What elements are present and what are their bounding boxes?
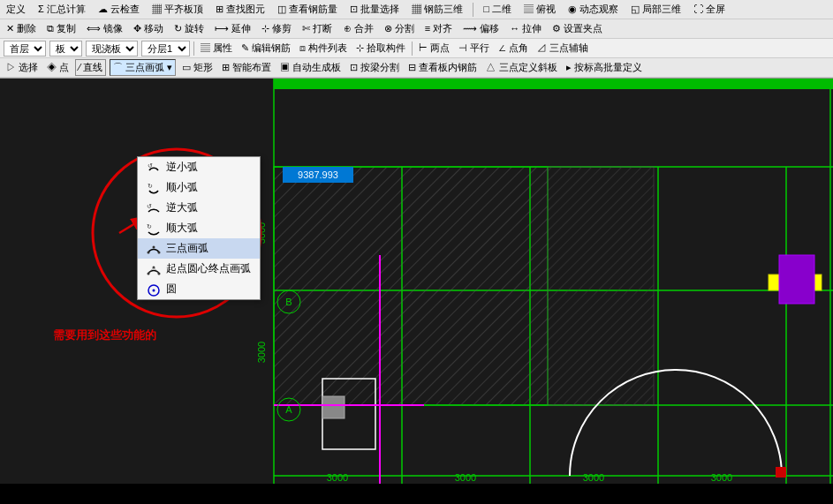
parallel-btn[interactable]: ⊣ 平行 [456,41,492,56]
align-btn[interactable]: ≡ 对齐 [422,21,455,36]
floor-select[interactable]: 首层 [4,41,46,56]
pick-component-btn[interactable]: ⊹ 拾取构件 [353,41,408,56]
delete-btn[interactable]: ✕ 删除 [4,21,39,36]
svg-rect-14 [274,167,548,405]
trim-btn[interactable]: ⊹ 修剪 [259,21,294,36]
svg-point-47 [153,245,155,248]
property-btn[interactable]: ▤ 属性 [198,41,235,56]
toolbar-row4: ▷ 选择 ◈ 点 ∕ 直线 ⌒ 三点画弧 ▾ ▭ 矩形 ⊞ 智能布置 ▣ 自动生… [0,58,833,78]
ccw-small-arc-item[interactable]: ↺ 逆小弧 [138,157,260,177]
svg-text:B: B [285,297,292,307]
fullscreen-btn[interactable]: ⛶ 全屏 [691,2,728,17]
stretch-btn[interactable]: ↔ 拉伸 [507,21,544,36]
dynamic-view-btn[interactable]: ◉ 动态观察 [565,2,621,17]
two-point-btn[interactable]: ⊢ 两点 [416,41,452,56]
circle-item[interactable]: 圆 [138,279,260,299]
layer-select[interactable]: 分层1 [141,41,190,56]
circle-icon [147,282,161,297]
svg-point-48 [158,251,161,253]
split-btn[interactable]: ⊗ 分割 [382,21,417,36]
break-btn[interactable]: ✄ 打断 [299,21,335,36]
circle-label: 圆 [166,282,177,297]
select-tool-btn[interactable]: ▷ 选择 [4,60,41,75]
three-point-arc-item[interactable]: 三点画弧 [138,238,260,259]
svg-rect-24 [776,467,786,478]
mirror-btn[interactable]: ⟺ 镜像 [84,21,125,36]
three-point-arc-icon [147,242,161,256]
three-point-axis-btn[interactable]: ⊿ 三点辅轴 [534,41,591,56]
svg-text:9387.993: 9387.993 [298,169,338,180]
point-tool-btn[interactable]: ◈ 点 [44,60,72,75]
split-beam-btn[interactable]: ⊡ 按梁分割 [347,60,402,75]
svg-rect-17 [322,396,345,418]
element-select[interactable]: 板 [49,41,82,56]
start-center-end-arc-item[interactable]: 起点圆心终点画弧 [138,259,260,279]
move-btn[interactable]: ✥ 移动 [131,21,166,36]
svg-point-46 [148,251,150,253]
point-angle-btn[interactable]: ∠ 点角 [496,41,531,56]
cw-small-arc-icon: ↻ [147,181,161,195]
top-view-btn[interactable]: ▤ 俯视 [521,2,558,17]
define-btn[interactable]: 定义 [4,2,28,17]
align-top-btn[interactable]: ▦ 平齐板顶 [149,2,206,17]
svg-text:↺: ↺ [148,162,153,169]
svg-text:3000: 3000 [256,342,267,363]
cw-small-arc-item[interactable]: ↻ 顺小弧 [138,177,260,198]
svg-text:需要用到这些功能的: 需要用到这些功能的 [53,328,156,342]
extend-btn[interactable]: ⟼ 延伸 [212,21,254,36]
batch-select-btn[interactable]: ⊡ 批量选择 [347,2,402,17]
svg-point-55 [153,289,155,291]
svg-text:↺: ↺ [147,203,152,209]
three-point-arc-label: 三点画弧 [166,241,208,256]
merge-btn[interactable]: ⊕ 合并 [341,21,376,36]
toolbar-row2: ✕ 删除 ⧉ 复制 ⟺ 镜像 ✥ 移动 ↻ 旋转 ⟼ 延伸 ⊹ 修剪 ✄ 打断 … [0,19,833,39]
svg-text:↻: ↻ [148,183,153,189]
smart-layout-btn[interactable]: ⊞ 智能布置 [219,60,274,75]
start-center-end-arc-icon [147,262,161,276]
svg-text:A: A [285,404,292,415]
svg-rect-22 [779,255,814,304]
ccw-large-arc-label: 逆大弧 [166,200,198,215]
ccw-small-arc-label: 逆小弧 [166,160,198,175]
cw-large-arc-label: 顺大弧 [166,221,198,236]
svg-text:3000: 3000 [327,472,348,483]
three-point-slope-btn[interactable]: △ 三点定义斜板 [483,60,559,75]
auto-generate-btn[interactable]: ▣ 自动生成板 [277,60,344,75]
material-select[interactable]: 现浇板 [86,41,138,56]
canvas-svg: 3000 3000 3000 3000 3000 3000 B A 9387.9… [0,79,833,484]
line-tool-btn[interactable]: ∕ 直线 [75,59,106,76]
cw-large-arc-icon: ↻ [147,222,161,236]
sum-calc-btn[interactable]: Σ 汇总计算 [35,2,88,17]
copy-btn[interactable]: ⧉ 复制 [44,21,79,36]
component-list-btn[interactable]: ⧈ 构件列表 [297,41,350,56]
svg-rect-23 [274,79,833,89]
sep3 [193,41,194,56]
svg-text:3000: 3000 [583,472,604,483]
sep1 [473,3,473,17]
rect-tool-btn[interactable]: ▭ 矩形 [179,60,216,75]
toolbar-row3: 首层 板 现浇板 分层1 ▤ 属性 ✎ 编辑钢筋 ⧈ 构件列表 ⊹ 拾取构件 ⊢… [0,39,833,58]
arc-dropdown-menu: ↺ 逆小弧 ↻ 顺小弧 ↺ 逆大弧 ↻ 顺大弧 [137,156,261,300]
svg-text:3000: 3000 [455,472,476,483]
cw-large-arc-item[interactable]: ↻ 顺大弧 [138,218,260,238]
svg-text:↻: ↻ [147,223,152,229]
edit-rebar-btn[interactable]: ✎ 编辑钢筋 [239,41,293,56]
view-rebar-btn[interactable]: ◫ 查看钢筋量 [275,2,340,17]
rebar-3d-btn[interactable]: ▦ 钢筋三维 [409,2,466,17]
2d-btn[interactable]: □ 二维 [481,2,514,17]
ccw-small-arc-icon: ↺ [147,161,161,175]
toolbar-row1: 定义 Σ 汇总计算 ☁ 云检查 ▦ 平齐板顶 ⊞ 查找图元 ◫ 查看钢筋量 ⊡ … [0,0,833,19]
rotate-btn[interactable]: ↻ 旋转 [171,21,207,36]
svg-rect-15 [548,167,654,405]
drawing-canvas[interactable]: 3000 3000 3000 3000 3000 3000 B A 9387.9… [0,79,833,484]
cloud-check-btn[interactable]: ☁ 云检查 [95,2,142,17]
view-inner-rebar-btn[interactable]: ⊟ 查看板内钢筋 [405,60,480,75]
arc-dropdown-btn[interactable]: ⌒ 三点画弧 ▾ [110,59,176,76]
offset-btn[interactable]: ⟿ 偏移 [460,21,502,36]
find-element-btn[interactable]: ⊞ 查找图元 [213,2,268,17]
local-3d-btn[interactable]: ◱ 局部三维 [628,2,684,17]
grip-btn[interactable]: ⚙ 设置夹点 [549,21,605,36]
cw-small-arc-label: 顺小弧 [166,180,198,195]
batch-define-btn[interactable]: ▸ 按标高批量定义 [564,60,645,75]
ccw-large-arc-item[interactable]: ↺ 逆大弧 [138,198,260,218]
